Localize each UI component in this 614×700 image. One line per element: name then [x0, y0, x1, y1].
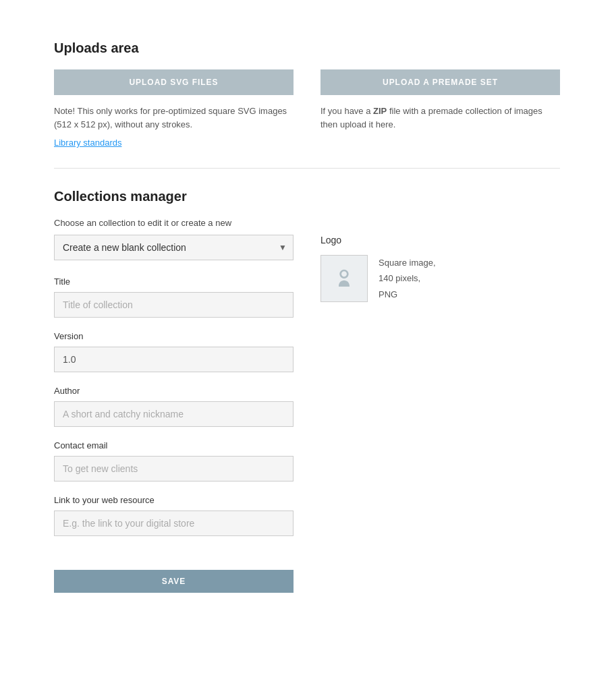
author-input[interactable] — [54, 401, 294, 427]
author-field-group: Author — [54, 386, 294, 427]
save-button[interactable]: SAVE — [54, 570, 294, 593]
title-field-group: Title — [54, 276, 294, 318]
collection-select-wrapper: Create a new blank collection ▼ — [54, 235, 294, 260]
logo-info-line3: PNG — [379, 289, 397, 299]
collections-layout: Create a new blank collection ▼ Title Ve… — [54, 235, 560, 593]
premade-upload-column: UPLOAD A PREMADE SET If you have a ZIP f… — [320, 69, 560, 148]
logo-info-line2: 140 pixels, — [379, 273, 420, 283]
email-input[interactable] — [54, 456, 294, 482]
upload-premade-button[interactable]: UPLOAD A PREMADE SET — [320, 69, 560, 95]
logo-placeholder-icon — [333, 268, 355, 289]
uploads-section-title: Uploads area — [54, 40, 560, 56]
collections-form: Create a new blank collection ▼ Title Ve… — [54, 235, 294, 593]
author-label: Author — [54, 386, 294, 396]
logo-info: Square image, 140 pixels, PNG — [379, 255, 436, 302]
link-label: Link to your web resource — [54, 495, 294, 505]
email-label: Contact email — [54, 440, 294, 450]
collection-select[interactable]: Create a new blank collection — [54, 235, 294, 260]
version-field-group: Version — [54, 331, 294, 372]
premade-upload-note: If you have a ZIP file with a premade co… — [320, 105, 560, 131]
premade-note-bold: ZIP — [373, 106, 387, 116]
choose-collection-label: Choose an collection to edit it or creat… — [54, 218, 560, 228]
premade-note-prefix: If you have a — [320, 106, 373, 116]
svg-upload-column: UPLOAD SVG FILES Note! This only works f… — [54, 69, 294, 148]
title-input[interactable] — [54, 292, 294, 318]
logo-info-line1: Square image, — [379, 258, 436, 268]
library-standards-link[interactable]: Library standards — [54, 138, 294, 148]
version-label: Version — [54, 331, 294, 341]
title-label: Title — [54, 276, 294, 287]
upload-svg-button[interactable]: UPLOAD SVG FILES — [54, 69, 294, 95]
collections-section: Collections manager Choose an collection… — [54, 189, 560, 593]
uploads-grid: UPLOAD SVG FILES Note! This only works f… — [54, 69, 560, 148]
link-input[interactable] — [54, 511, 294, 536]
logo-column: Logo Square image, 140 pixels, PNG — [320, 235, 560, 593]
collections-section-title: Collections manager — [54, 189, 560, 204]
version-input[interactable] — [54, 347, 294, 372]
logo-upload-area: Square image, 140 pixels, PNG — [320, 255, 560, 302]
logo-placeholder[interactable] — [320, 255, 368, 302]
section-divider — [54, 168, 560, 169]
logo-label: Logo — [320, 235, 560, 245]
svg-upload-note: Note! This only works for pre-optimized … — [54, 105, 294, 131]
email-field-group: Contact email — [54, 440, 294, 482]
link-field-group: Link to your web resource — [54, 495, 294, 536]
